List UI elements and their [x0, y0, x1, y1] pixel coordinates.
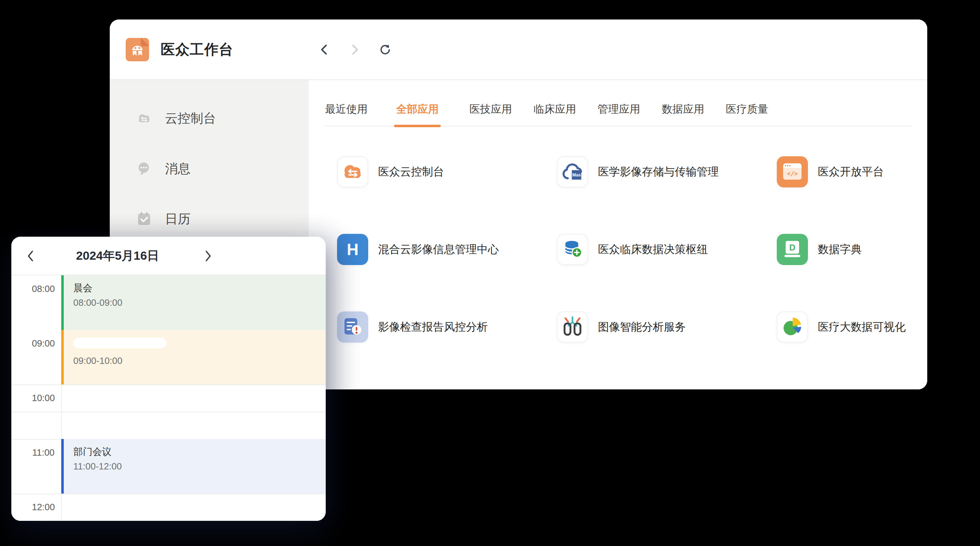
app-label: 医众云控制台 [378, 164, 444, 179]
hour-line [11, 385, 326, 385]
h-glyph: H [347, 240, 358, 259]
dictionary-book-icon: D [777, 234, 808, 265]
app-bigdata-visualization[interactable]: 医疗大数据可视化 [777, 311, 927, 343]
event-title: 晨会 [73, 282, 326, 294]
pie-chart-icon [777, 311, 808, 343]
forward-icon[interactable] [348, 43, 361, 56]
time-label: 11:00 [18, 447, 68, 458]
sidebar-item-label: 云控制台 [165, 110, 216, 127]
refresh-icon[interactable] [378, 43, 390, 56]
calendar-event-department-meeting[interactable]: 部门会议 11:00-12:00 [61, 439, 326, 493]
calendar-event-redacted[interactable]: 09:00-10:00 [61, 330, 326, 385]
tab-medtech-apps[interactable]: 医技应用 [469, 102, 512, 126]
cloud-sliders-icon [337, 156, 368, 187]
window-title: 医众工作台 [161, 40, 233, 59]
app-image-ai-service[interactable]: 图像智能分析服务 [557, 311, 777, 343]
calendar-day-grid: 08:00 09:00 10:00 11:00 12:00 晨会 08:00-0… [11, 275, 326, 521]
pacs-cloud-icon: Mas [557, 156, 588, 187]
app-pacs[interactable]: Mas 医学影像存储与传输管理 [557, 156, 777, 187]
cloud-settings-icon [136, 110, 152, 126]
tab-quality[interactable]: 医疗质量 [726, 102, 768, 126]
time-label: 12:00 [18, 501, 68, 513]
code-window-icon: </> [777, 156, 808, 187]
calendar-check-icon [136, 211, 152, 227]
report-alert-icon [337, 311, 368, 343]
content-area: 最近使用 全部应用 医技应用 临床应用 管理应用 数据应用 医疗质量 [309, 80, 927, 390]
hour-line [11, 493, 326, 494]
tab-recent[interactable]: 最近使用 [325, 102, 368, 126]
app-report-risk-analysis[interactable]: 影像检查报告风控分析 [337, 311, 557, 343]
nav-group [318, 43, 390, 56]
calendar-header: 2024年5月16日 [11, 237, 326, 275]
time-label: 09:00 [18, 338, 68, 349]
window-header: 医众工作台 [110, 19, 927, 80]
app-logo-icon [126, 38, 149, 61]
lungs-icon [557, 311, 588, 343]
back-icon[interactable] [318, 43, 331, 56]
sidebar-item-messages[interactable]: 消息 [110, 153, 309, 184]
apps-grid: 医众云控制台 Mas 医学影像存储与传输管理 [309, 126, 927, 343]
calendar-prev-icon[interactable] [26, 250, 35, 263]
app-open-platform[interactable]: </> 医众开放平台 [777, 156, 927, 187]
half-hour-line [11, 412, 326, 412]
letter-h-icon: H [337, 234, 368, 265]
event-time: 11:00-12:00 [73, 461, 326, 472]
sidebar-item-label: 消息 [165, 160, 191, 177]
calendar-popup: 2024年5月16日 08:00 09:00 10:00 11:00 12:00… [11, 237, 326, 521]
calendar-event-morning-meeting[interactable]: 晨会 08:00-09:00 [61, 275, 326, 330]
tab-all-apps[interactable]: 全部应用 [396, 102, 439, 126]
pacs-badge-text: Mas [572, 172, 581, 177]
chat-bubble-icon [136, 161, 152, 177]
app-cloud-console[interactable]: 医众云控制台 [337, 156, 557, 187]
d-glyph: D [789, 243, 795, 252]
event-time: 09:00-10:00 [73, 355, 326, 366]
redacted-title-pill [73, 338, 166, 348]
tab-data-apps[interactable]: 数据应用 [662, 102, 704, 126]
time-label: 08:00 [18, 283, 68, 294]
app-label: 图像智能分析服务 [598, 319, 686, 334]
code-glyph: </> [787, 170, 798, 177]
event-time: 08:00-09:00 [73, 297, 326, 308]
app-hybrid-cloud-center[interactable]: H 混合云影像信息管理中心 [337, 234, 557, 265]
sidebar-item-calendar[interactable]: 日历 [110, 203, 309, 235]
database-plus-icon [557, 234, 588, 265]
app-label: 医众开放平台 [818, 164, 884, 179]
calendar-date-label: 2024年5月16日 [40, 237, 196, 275]
tab-admin-apps[interactable]: 管理应用 [598, 102, 640, 126]
app-label: 影像检查报告风控分析 [378, 319, 488, 334]
app-data-dictionary[interactable]: D 数据字典 [777, 234, 927, 265]
app-label: 医学影像存储与传输管理 [598, 164, 719, 179]
calendar-next-icon[interactable] [204, 250, 212, 263]
time-label: 10:00 [18, 392, 68, 404]
tab-bar: 最近使用 全部应用 医技应用 临床应用 管理应用 数据应用 医疗质量 [325, 80, 912, 126]
app-label: 医疗大数据可视化 [818, 319, 906, 334]
app-label: 医众临床数据决策枢纽 [598, 242, 708, 257]
app-label: 混合云影像信息管理中心 [378, 242, 499, 257]
tab-clinical-apps[interactable]: 临床应用 [533, 102, 576, 126]
sidebar-item-label: 日历 [165, 211, 191, 228]
app-clinical-data-hub[interactable]: 医众临床数据决策枢纽 [557, 234, 777, 265]
sidebar-item-cloud-console[interactable]: 云控制台 [110, 103, 309, 134]
event-title: 部门会议 [73, 445, 326, 458]
app-label: 数据字典 [818, 242, 862, 257]
